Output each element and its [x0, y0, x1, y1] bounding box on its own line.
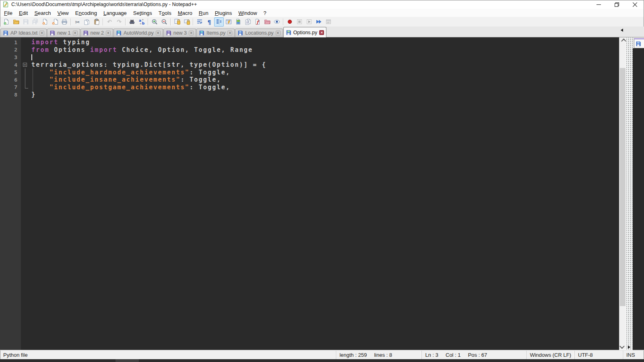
code-line[interactable]: 8} [0, 91, 619, 99]
menu-run[interactable]: Run [196, 9, 212, 17]
fold-collapse-icon[interactable]: − [23, 63, 27, 67]
menu-language[interactable]: Language [100, 9, 130, 17]
scroll-up-icon[interactable] [619, 37, 626, 44]
fold-margin [21, 46, 30, 54]
svg-text:↷: ↷ [117, 19, 122, 25]
macro-save-icon[interactable] [324, 17, 333, 27]
macro-stop-icon[interactable] [295, 17, 304, 27]
udl-dialog-icon[interactable] [224, 17, 233, 27]
editor[interactable]: 1import typing2from Options import Choic… [0, 37, 619, 350]
redo-icon[interactable]: ↷ [114, 17, 124, 27]
statusbar-cursor-position: Ln : 3 Col : 1 Pos : 67 [421, 351, 526, 359]
sync-vertical-icon[interactable] [172, 17, 182, 27]
tab-close-icon[interactable]: × [73, 31, 78, 35]
menu-macro[interactable]: Macro [175, 9, 196, 17]
menu-edit[interactable]: Edit [16, 9, 31, 17]
code-line[interactable]: 4−terraria_options: typing.Dict[str, typ… [0, 61, 619, 69]
second-view-editor[interactable] [633, 48, 644, 350]
menu-view[interactable]: View [54, 9, 72, 17]
code-line[interactable]: 3 [0, 53, 619, 61]
close-file-icon[interactable]: × [40, 17, 50, 27]
tab-close-icon[interactable]: × [227, 31, 232, 35]
menu-tools[interactable]: Tools [155, 9, 175, 17]
close-button[interactable] [626, 0, 644, 9]
open-file-icon[interactable] [11, 17, 21, 27]
code-line[interactable]: 6 "include_insane_achievements": Toggle, [0, 76, 619, 84]
scrollbar-thumb[interactable] [620, 68, 625, 306]
statusbar-doc-type: Python file [0, 351, 336, 359]
zoom-out-icon[interactable] [159, 17, 169, 27]
tab-close-icon[interactable]: × [319, 30, 324, 35]
tab-close-icon[interactable]: × [39, 31, 44, 35]
tab-options-py[interactable]: Options.py× [283, 27, 327, 37]
tab-close-icon[interactable]: × [156, 31, 161, 35]
line-number: 3 [0, 54, 21, 60]
undo-icon[interactable]: ↶ [105, 17, 114, 27]
macro-play-icon[interactable] [304, 17, 314, 27]
menu-?[interactable]: ? [260, 9, 270, 17]
tab-close-icon[interactable]: × [106, 31, 111, 35]
code-line[interactable]: 1import typing [0, 39, 619, 46]
splitter-collapse-icon[interactable] [628, 346, 630, 349]
show-indent-guide-icon[interactable] [214, 17, 224, 27]
monitoring-icon[interactable] [272, 17, 282, 27]
menu-search[interactable]: Search [31, 9, 54, 17]
menu-plugins[interactable]: Plugins [212, 9, 235, 17]
tab-locations-py[interactable]: Locations.py× [235, 29, 283, 37]
view-splitter[interactable] [626, 37, 633, 350]
svg-text:×: × [52, 22, 55, 25]
document-map-icon[interactable] [233, 17, 243, 27]
document-list-icon[interactable] [243, 17, 253, 27]
function-list-icon[interactable]: ƒ [253, 17, 262, 27]
menu-window[interactable]: Window [235, 9, 260, 17]
tab-new-2[interactable]: new 2× [80, 29, 113, 37]
statusbar-typing-mode[interactable]: INS [623, 351, 644, 359]
macro-record-icon[interactable] [285, 17, 295, 27]
save-file-icon[interactable] [21, 17, 31, 27]
find-icon[interactable] [127, 17, 137, 27]
second-view-partial-tab[interactable] [634, 38, 644, 48]
text-caret [31, 54, 32, 60]
cut-icon[interactable]: ✂ [72, 17, 82, 27]
macro-run-multiple-icon[interactable] [314, 17, 324, 27]
tab-ap-ideas-txt[interactable]: AP Ideas.txt× [0, 29, 47, 37]
menu-file[interactable]: File [1, 9, 16, 17]
sync-horizontal-icon[interactable] [182, 17, 192, 27]
line-number: 5 [0, 69, 21, 75]
menu-settings[interactable]: Settings [130, 9, 155, 17]
word-wrap-icon[interactable] [195, 17, 204, 27]
code-line[interactable]: 7 "include_postgame_achievements": Toggl… [0, 84, 619, 91]
vertical-scrollbar[interactable] [619, 37, 626, 350]
notepad-plus-plus-window: C:\Users\Dood\Documents\tmp\Archipelago\… [0, 0, 644, 362]
svg-text:+: + [4, 22, 6, 25]
copy-icon[interactable] [82, 17, 92, 27]
second-view-tabstrip [633, 37, 644, 48]
menu-encoding[interactable]: Encoding [72, 9, 100, 17]
code-line[interactable]: 5 "include_hardmode_achievements": Toggl… [0, 68, 619, 76]
tab-scroll-left-icon[interactable] [621, 29, 623, 32]
tab-close-icon[interactable]: × [276, 31, 281, 35]
code-line[interactable]: 2from Options import Choice, Option, Tog… [0, 46, 619, 54]
floppy-icon [50, 30, 55, 36]
new-file-icon[interactable]: + [2, 17, 11, 27]
zoom-in-icon[interactable] [150, 17, 159, 27]
tab-new-3[interactable]: new 3× [163, 29, 196, 37]
paste-icon[interactable] [92, 17, 101, 27]
restore-button[interactable] [608, 0, 626, 9]
save-all-icon[interactable] [31, 17, 40, 27]
replace-icon[interactable]: ab [137, 17, 147, 27]
tab-close-icon[interactable]: × [189, 31, 194, 35]
tab-items-py[interactable]: Items.py× [196, 29, 235, 37]
scroll-down-icon[interactable] [619, 343, 626, 350]
minimize-button[interactable] [590, 0, 608, 9]
taskbar-app-segment[interactable] [116, 359, 139, 362]
tab-autoworld-py[interactable]: AutoWorld.py× [114, 29, 163, 37]
tab-new-1[interactable]: new 1× [47, 29, 80, 37]
print-icon[interactable] [60, 17, 69, 27]
show-all-characters-icon[interactable]: ¶ [204, 17, 214, 27]
folder-as-workspace-icon[interactable] [262, 17, 272, 27]
tab-label: AutoWorld.py [124, 30, 154, 36]
second-view-pane [633, 37, 644, 350]
close-all-icon[interactable]: × [50, 17, 60, 27]
fold-margin [21, 68, 30, 76]
